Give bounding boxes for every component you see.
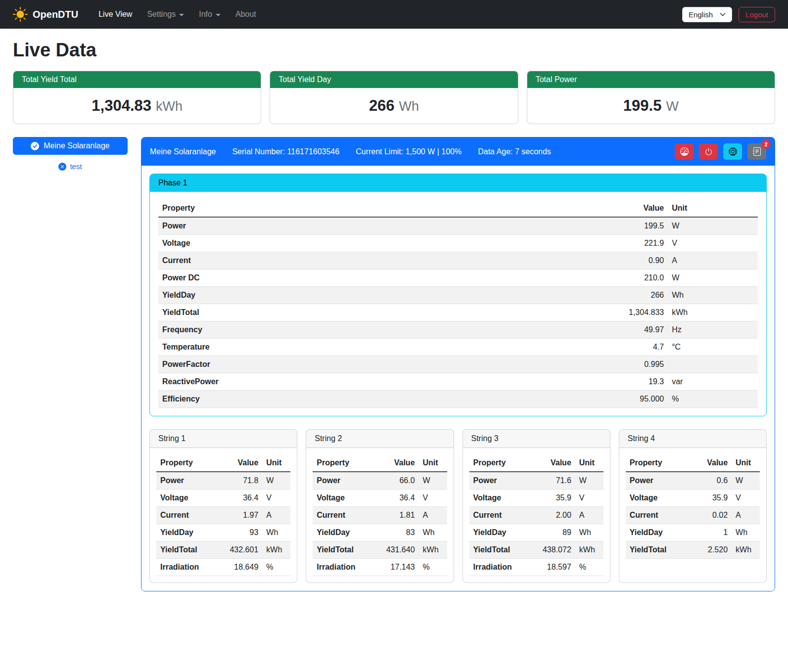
row-value: 1.81 [373,507,418,524]
string-card-title: String 3 [463,430,610,448]
power-icon [704,147,713,156]
row-value: 17.143 [373,559,418,576]
phase-card-title: Phase 1 [150,174,766,192]
table-header-row: Property Value Unit [158,200,758,217]
nav-item-settings[interactable]: Settings [139,6,191,23]
row-value: 1 [686,524,732,541]
table-row: YieldDay89Wh [469,524,603,541]
limit-settings-button[interactable] [675,143,694,160]
string-card-1: String 1 Property Value Unit [149,429,297,583]
nav-item-info[interactable]: Info [191,6,228,23]
inverter-name: Meine Solaranlage [150,147,216,156]
table-header-row: Property Value Unit [469,454,603,472]
row-unit: Wh [575,524,603,541]
summary-cards: Total Yield Total 1,304.83kWh Total Yiel… [13,71,775,124]
row-value: 49.97 [578,321,668,339]
inverter-panel-body: Phase 1 Property Value Unit [141,166,775,591]
phase-card: Phase 1 Property Value Unit [149,174,767,416]
top-navbar: OpenDTU Live View Settings Info About En… [0,0,788,29]
summary-card-total-yield-total: Total Yield Total 1,304.83kWh [13,71,261,124]
row-value: 1.97 [217,507,262,524]
power-settings-button[interactable] [699,143,718,160]
dropdown-caret-icon [179,14,184,16]
table-row: Power66.0W [313,472,447,490]
string-card-body: Property Value Unit Power66.0W Voltage36… [306,448,453,582]
row-value: 36.4 [373,490,418,507]
row-unit: W [668,269,758,287]
column-header-unit: Unit [732,454,760,472]
inverter-name-label: test [70,162,82,171]
row-unit: A [575,507,603,524]
inverter-serial: Serial Number: 116171603546 [232,147,339,156]
row-property: YieldDay [469,524,530,541]
card-body: 1,304.83kWh [13,88,261,124]
string-table: Property Value Unit Power0.6W Voltage35.… [626,454,760,559]
string-card-body: Property Value Unit Power0.6W Voltage35.… [619,448,766,565]
card-unit: kWh [156,99,183,114]
table-row: Irradiation17.143% [313,559,447,576]
inverter-select-button-active[interactable]: Meine Solaranlage [13,137,128,155]
row-unit: W [668,217,758,235]
row-property: Efficiency [158,391,578,408]
row-unit: W [419,472,447,490]
row-unit: V [575,490,603,507]
table-row: Voltage36.4V [313,490,447,507]
column-header-unit: Unit [419,454,447,472]
row-value: 0.6 [686,472,732,490]
row-value: 2.00 [530,507,575,524]
nav-item-about[interactable]: About [228,6,264,23]
journal-text-icon [753,147,761,156]
row-property: Current [313,507,373,524]
table-row: YieldDay1Wh [626,524,760,541]
table-row: Voltage35.9V [626,490,760,507]
language-select-value: English [689,10,713,19]
table-header-row: Property Value Unit [156,454,290,472]
table-row: Current2.00A [469,507,603,524]
event-log-button[interactable]: 2 [747,143,766,160]
row-property: Current [156,507,217,524]
row-property: Power DC [158,269,578,287]
string-table: Property Value Unit Power71.6W Voltage35… [469,454,603,576]
row-unit: A [419,507,447,524]
string-card-body: Property Value Unit Power71.6W Voltage35… [463,448,610,582]
row-value: 36.4 [217,490,262,507]
row-property: YieldTotal [156,541,217,559]
speedometer-icon [680,147,689,156]
row-property: YieldDay [156,524,217,541]
table-row: PowerFactor0.995 [158,356,758,373]
row-value: 432.601 [217,541,262,559]
brand[interactable]: OpenDTU [13,7,78,22]
summary-card-total-yield-day: Total Yield Day 266Wh [270,71,518,124]
row-property: Irradiation [156,559,217,576]
row-unit: % [668,391,758,408]
nav-item-live-view[interactable]: Live View [91,6,139,23]
table-row: Current1.97A [156,507,290,524]
row-property: Power [626,472,686,490]
column-header-property: Property [156,454,217,472]
row-property: Voltage [158,235,578,252]
logout-button[interactable]: Logout [739,7,775,22]
row-value: 0.995 [578,356,668,373]
row-unit: W [575,472,603,490]
row-property: Frequency [158,321,578,339]
row-unit: kWh [668,304,758,321]
column-header-property: Property [626,454,686,472]
table-row: Efficiency95.000% [158,391,758,408]
device-settings-button[interactable] [723,143,742,160]
column-header-property: Property [158,200,578,217]
row-unit: °C [668,339,758,356]
language-select[interactable]: English [682,7,732,22]
sun-icon [13,7,28,22]
table-row: YieldDay83Wh [313,524,447,541]
row-unit: var [668,373,758,391]
navbar-right: English Logout [682,7,775,22]
chevron-down-icon [720,11,726,17]
table-row: YieldDay93Wh [156,524,290,541]
content-row: Meine Solaranlage test Meine Solaranlage… [13,137,775,591]
inverter-select-button-test[interactable]: test [13,162,128,171]
row-unit: W [732,472,760,490]
row-value: 83 [373,524,418,541]
string-card-2: String 2 Property Value Unit [306,429,454,583]
row-unit: kWh [732,541,760,559]
column-header-unit: Unit [262,454,290,472]
